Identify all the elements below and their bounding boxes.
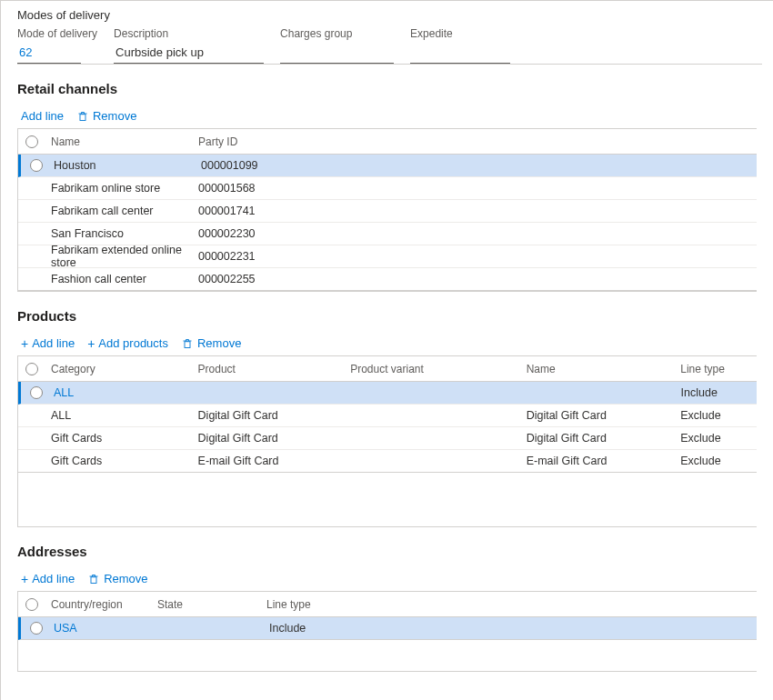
col-name[interactable]: Name <box>45 135 193 148</box>
col-name[interactable]: Name <box>521 363 676 375</box>
cell-party: 000001099 <box>196 159 377 172</box>
table-row[interactable]: San Francisco000002230 <box>18 223 757 245</box>
col-linetype[interactable]: Line type <box>261 598 370 611</box>
table-row[interactable]: Gift CardsDigital Gift CardDigital Gift … <box>18 427 757 450</box>
products-section: Products + Add line + Add products Remov… <box>17 308 757 527</box>
row-select[interactable] <box>21 386 48 399</box>
retail-toolbar: Add line Remove <box>17 105 757 128</box>
select-all-cell[interactable] <box>18 598 45 611</box>
add-line-button[interactable]: Add line <box>21 109 64 123</box>
cell-linetype: Include <box>264 622 373 635</box>
charges-field: Charges group <box>280 27 394 64</box>
table-row[interactable]: Fabrikam extended online store000002231 <box>18 245 757 268</box>
remove-button[interactable]: Remove <box>181 336 241 350</box>
add-line-button[interactable]: + Add line <box>21 572 75 585</box>
addresses-grid: Country/region State Line type USAInclud… <box>17 591 757 672</box>
radio-icon <box>30 386 43 399</box>
cell-name: Fabrikam call center <box>45 205 193 217</box>
mode-label: Mode of delivery <box>17 27 97 40</box>
table-row[interactable]: Fabrikam online store000001568 <box>18 177 757 200</box>
remove-label: Remove <box>93 109 136 123</box>
retail-grid: Name Party ID Houston000001099Fabrikam o… <box>17 128 757 292</box>
svg-rect-2 <box>91 576 96 583</box>
products-grid-body: ALLIncludeALLDigital Gift CardDigital Gi… <box>18 382 757 527</box>
charges-input[interactable] <box>280 42 394 64</box>
table-row[interactable]: USAInclude <box>18 617 757 640</box>
add-products-label: Add products <box>98 336 168 350</box>
row-select[interactable] <box>21 159 48 172</box>
col-product[interactable]: Product <box>193 363 346 375</box>
retail-section: Retail channels Add line Remove Name Par… <box>17 81 757 292</box>
expedite-input[interactable] <box>410 42 510 64</box>
table-row[interactable]: Gift CardsE-mail Gift CardE-mail Gift Ca… <box>18 450 757 473</box>
mode-field: Mode of delivery <box>17 27 97 64</box>
addresses-grid-header: Country/region State Line type <box>18 592 757 617</box>
products-toolbar: + Add line + Add products Remove <box>17 333 757 355</box>
trash-icon <box>87 573 100 585</box>
cell-name: Fashion call center <box>45 273 193 285</box>
cell-product: Digital Gift Card <box>193 432 346 445</box>
select-all-cell[interactable] <box>18 363 45 375</box>
plus-icon: + <box>87 337 95 350</box>
col-state[interactable]: State <box>152 598 261 611</box>
expedite-label: Expedite <box>410 27 510 40</box>
cell-category: Gift Cards <box>45 432 193 445</box>
radio-icon <box>25 598 38 611</box>
plus-icon: + <box>21 573 28 585</box>
add-line-label: Add line <box>32 572 75 585</box>
description-input[interactable] <box>114 42 264 64</box>
cell-linetype: Exclude <box>675 455 757 467</box>
radio-icon <box>25 363 38 375</box>
remove-label: Remove <box>104 572 147 585</box>
products-grid: Category Product Product variant Name Li… <box>17 355 757 527</box>
add-line-label: Add line <box>21 109 64 123</box>
plus-icon: + <box>21 337 28 350</box>
trash-icon <box>181 337 194 350</box>
addresses-toolbar: + Add line Remove <box>17 568 757 591</box>
col-country[interactable]: Country/region <box>45 598 152 611</box>
description-field: Description <box>114 27 264 64</box>
table-row[interactable]: Fabrikam call center000001741 <box>18 200 757 223</box>
cell-product: E-mail Gift Card <box>193 455 346 467</box>
retail-grid-header: Name Party ID <box>18 129 757 155</box>
cell-party: 000002231 <box>193 250 375 263</box>
col-variant[interactable]: Product variant <box>345 363 521 375</box>
header-fields: Mode of delivery Description Charges gro… <box>17 27 762 65</box>
table-row[interactable]: Houston000001099 <box>18 155 757 177</box>
remove-button[interactable]: Remove <box>87 572 147 585</box>
products-title: Products <box>17 308 757 324</box>
svg-rect-0 <box>80 114 85 120</box>
add-products-button[interactable]: + Add products <box>87 336 168 350</box>
mode-input[interactable] <box>17 42 81 64</box>
col-category[interactable]: Category <box>45 363 193 375</box>
add-line-button[interactable]: + Add line <box>21 336 75 350</box>
cell-name: Digital Gift Card <box>521 409 676 422</box>
svg-rect-1 <box>185 341 190 347</box>
add-line-label: Add line <box>32 336 75 350</box>
remove-button[interactable]: Remove <box>76 109 136 123</box>
col-party[interactable]: Party ID <box>193 135 375 148</box>
radio-icon <box>25 135 38 148</box>
header: Modes of delivery Mode of delivery Descr… <box>1 1 773 65</box>
select-all-cell[interactable] <box>18 135 45 148</box>
row-select[interactable] <box>21 622 48 635</box>
cell-name: San Francisco <box>45 227 193 240</box>
cell-linetype: Include <box>676 386 757 399</box>
addresses-section: Addresses + Add line Remove Country/regi… <box>17 544 757 672</box>
charges-label: Charges group <box>280 27 394 40</box>
cell-name: E-mail Gift Card <box>521 455 676 467</box>
col-linetype[interactable]: Line type <box>675 363 757 375</box>
table-row[interactable]: ALLInclude <box>18 382 757 405</box>
page-title: Modes of delivery <box>17 8 762 22</box>
expedite-field: Expedite <box>410 27 510 64</box>
table-row[interactable]: Fashion call center000002255 <box>18 268 757 291</box>
retail-title: Retail channels <box>17 81 757 96</box>
table-row[interactable]: ALLDigital Gift CardDigital Gift CardExc… <box>18 405 757 427</box>
remove-label: Remove <box>197 336 241 350</box>
cell-category: ALL <box>48 386 195 399</box>
cell-party: 000001741 <box>193 205 375 217</box>
cell-product: Digital Gift Card <box>193 409 346 422</box>
products-grid-header: Category Product Product variant Name Li… <box>18 356 757 382</box>
cell-name: Fabrikam extended online store <box>45 244 193 269</box>
cell-country: USA <box>48 622 155 635</box>
